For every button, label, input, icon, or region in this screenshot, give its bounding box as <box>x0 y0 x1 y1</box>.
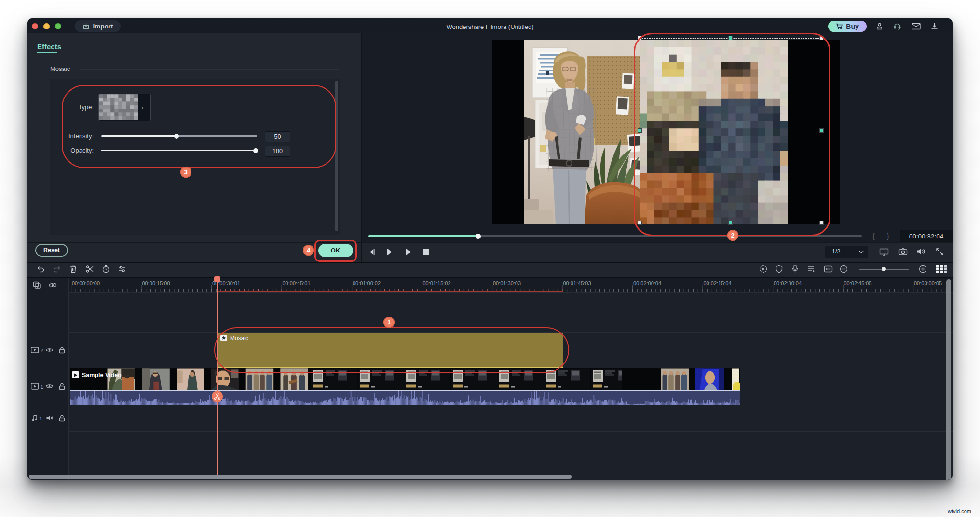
svg-text:00:01:30:03: 00:01:30:03 <box>493 280 521 286</box>
svg-text:00:02:45:05: 00:02:45:05 <box>844 280 872 286</box>
svg-text:00:01:45:03: 00:01:45:03 <box>563 280 591 286</box>
svg-text:00:03:00:05: 00:03:00:05 <box>914 280 942 286</box>
svg-text:00:00:15:00: 00:00:15:00 <box>142 280 170 286</box>
svg-text:00:00:45:01: 00:00:45:01 <box>283 280 311 286</box>
svg-text:00:01:15:02: 00:01:15:02 <box>423 280 451 286</box>
svg-text:00:01:00:02: 00:01:00:02 <box>353 280 381 286</box>
svg-text:2: 2 <box>41 348 43 353</box>
svg-text:00:00:00:00: 00:00:00:00 <box>72 280 100 286</box>
svg-text:00:02:15:04: 00:02:15:04 <box>704 280 732 286</box>
svg-text:00:02:30:04: 00:02:30:04 <box>774 280 802 286</box>
svg-text:1: 1 <box>41 384 43 390</box>
svg-text:1: 1 <box>39 416 42 421</box>
svg-text:00:02:00:04: 00:02:00:04 <box>633 280 661 286</box>
